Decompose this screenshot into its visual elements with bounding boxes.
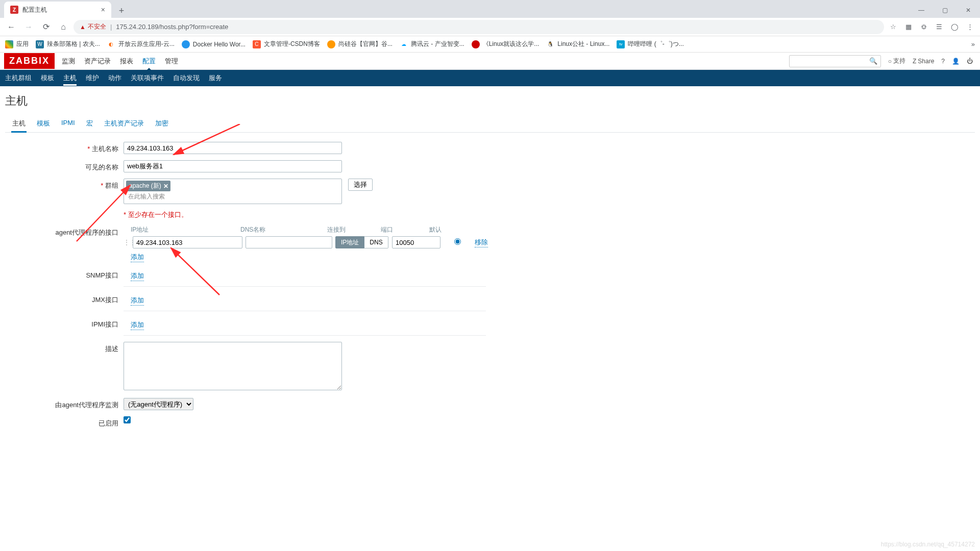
tab-favicon: Z — [10, 6, 18, 14]
bookmark-item[interactable]: 🐧Linux公社 - Linux... — [546, 40, 609, 48]
add-agent-link[interactable]: 添加 — [131, 253, 144, 262]
bookmark-item[interactable]: ☁腾讯云 - 产业智变... — [400, 40, 464, 48]
groups-multiselect[interactable]: apache (新) ✕ 在此输入搜索 — [124, 179, 342, 204]
visible-name-input[interactable] — [124, 160, 342, 172]
bookmark-item[interactable]: C文章管理-CSDN博客 — [253, 40, 320, 48]
browser-tab[interactable]: Z 配置主机 × — [4, 2, 111, 18]
subnav-maintenance[interactable]: 维护 — [86, 70, 99, 86]
page-title: 主机 — [5, 93, 975, 109]
group-placeholder: 在此输入搜索 — [126, 191, 339, 202]
port-input[interactable] — [392, 236, 440, 248]
url-text: 175.24.20.189/hosts.php?form=create — [116, 23, 228, 31]
back-button[interactable]: ← — [4, 20, 18, 34]
menu-administration[interactable]: 管理 — [165, 53, 178, 70]
minimize-icon[interactable]: — — [910, 3, 933, 18]
omnibox[interactable]: ▲ 不安全 | 175.24.20.189/hosts.php?form=cre… — [74, 20, 884, 34]
forward-button[interactable]: → — [21, 20, 36, 34]
profile-icon[interactable]: ◯ — [948, 21, 961, 33]
connect-ip-button[interactable]: IP地址 — [335, 236, 364, 248]
drag-handle-icon[interactable]: ⋮⋮ — [124, 239, 130, 246]
add-jmx-link[interactable]: 添加 — [131, 296, 144, 306]
bookmark-item[interactable]: ◐开放云原生应用-云... — [107, 40, 175, 48]
interface-row: ⋮⋮ IP地址 DNS 移除 — [124, 236, 975, 248]
remove-tag-icon[interactable]: ✕ — [163, 183, 168, 190]
wordpress-icon: W — [36, 40, 44, 48]
linux-book-icon — [472, 40, 480, 48]
host-name-input[interactable] — [124, 142, 342, 154]
help-icon[interactable]: ? — [941, 58, 945, 65]
logout-icon[interactable]: ⏻ — [967, 58, 973, 65]
add-snmp-link[interactable]: 添加 — [131, 271, 144, 281]
share-link[interactable]: Z Share — [913, 58, 934, 65]
bookmark-item[interactable]: 尚硅谷【官网】谷... — [327, 40, 393, 48]
search-input[interactable]: 🔍 — [789, 55, 881, 67]
support-link[interactable]: ○ 支持 — [888, 57, 905, 65]
tab-title: 配置主机 — [22, 6, 101, 14]
header-port: 端口 — [381, 226, 429, 234]
connect-dns-button[interactable]: DNS — [364, 236, 388, 248]
cloud-icon: ◐ — [107, 40, 115, 48]
new-tab-button[interactable]: + — [114, 4, 129, 18]
menu-inventory[interactable]: 资产记录 — [84, 53, 111, 70]
description-textarea[interactable] — [124, 342, 342, 390]
reading-list-icon[interactable]: ☰ — [933, 21, 945, 33]
puzzle-icon[interactable]: ⯐ — [918, 21, 930, 33]
snmp-label: SNMP接口 — [5, 268, 124, 280]
header-dns: DNS名称 — [240, 226, 327, 234]
dns-input[interactable] — [246, 236, 332, 248]
home-button[interactable]: ⌂ — [56, 20, 70, 34]
menu-icon[interactable]: ⋮ — [964, 21, 976, 33]
tab-macros[interactable]: 宏 — [85, 116, 94, 132]
tab-inventory[interactable]: 主机资产记录 — [103, 116, 145, 132]
visible-name-label: 可见的名称 — [5, 160, 124, 172]
ip-input[interactable] — [133, 236, 242, 248]
subnav-discovery[interactable]: 自动发现 — [173, 70, 200, 86]
subnav-services[interactable]: 服务 — [209, 70, 222, 86]
bookmark-item[interactable]: W辣条部落格 | 农夫... — [36, 40, 100, 48]
star-icon[interactable]: ☆ — [887, 21, 899, 33]
enabled-checkbox[interactable] — [124, 416, 131, 423]
add-ipmi-link[interactable]: 添加 — [131, 320, 144, 330]
reload-button[interactable]: ⟳ — [39, 20, 53, 34]
close-icon[interactable]: × — [101, 6, 105, 14]
bookmark-item[interactable]: tv哔哩哔哩 (゜-゜)つ... — [617, 40, 683, 48]
form-tabs: 主机 模板 IPMI 宏 主机资产记录 加密 — [5, 116, 975, 133]
csdn-icon: C — [253, 40, 261, 48]
proxy-select[interactable]: (无agent代理程序) — [124, 398, 193, 410]
maximize-icon[interactable]: ▢ — [933, 3, 957, 18]
docker-icon — [182, 40, 190, 48]
tab-encryption[interactable]: 加密 — [154, 116, 169, 132]
connect-to-toggle: IP地址 DNS — [335, 236, 389, 248]
bookmark-item[interactable]: Docker Hello Wor... — [182, 40, 246, 48]
menu-configuration[interactable]: 配置 — [142, 53, 156, 70]
tab-templates[interactable]: 模板 — [36, 116, 51, 132]
subnav-templates[interactable]: 模板 — [41, 70, 54, 86]
menu-monitoring[interactable]: 监测 — [62, 53, 75, 70]
tab-host[interactable]: 主机 — [11, 116, 27, 133]
bookmark-item[interactable]: 《Linux就该这么学... — [472, 40, 540, 48]
user-icon[interactable]: 👤 — [952, 58, 960, 65]
zabbix-logo[interactable]: ZABBIX — [4, 53, 55, 69]
apps-button[interactable]: 应用 — [5, 40, 29, 48]
subnav-actions[interactable]: 动作 — [108, 70, 121, 86]
bookmarks-bar: 应用 W辣条部落格 | 农夫... ◐开放云原生应用-云... Docker H… — [0, 36, 980, 53]
group-tag: apache (新) ✕ — [126, 181, 170, 191]
atguigu-icon — [327, 40, 335, 48]
header-conn: 连接到 — [327, 226, 381, 234]
subnav-correlation[interactable]: 关联项事件 — [131, 70, 164, 86]
subnav-hostgroups[interactable]: 主机群组 — [5, 70, 32, 86]
tab-ipmi[interactable]: IPMI — [60, 116, 76, 132]
description-label: 描述 — [5, 342, 124, 354]
menu-reports[interactable]: 报表 — [120, 53, 133, 70]
remove-interface-link[interactable]: 移除 — [475, 238, 488, 247]
bookmarks-overflow[interactable]: » — [971, 40, 975, 48]
close-window-icon[interactable]: ✕ — [957, 3, 980, 18]
extension-icon[interactable]: ▦ — [902, 21, 915, 33]
zabbix-header: ZABBIX 监测 资产记录 报表 配置 管理 🔍 ○ 支持 Z Share ?… — [0, 53, 980, 70]
select-groups-button[interactable]: 选择 — [348, 179, 373, 191]
insecure-icon: ▲ 不安全 — [80, 22, 106, 31]
tux-icon: 🐧 — [546, 40, 554, 48]
default-radio[interactable] — [454, 238, 461, 245]
subnav-hosts[interactable]: 主机 — [63, 70, 77, 86]
host-name-label: 主机名称 — [5, 142, 124, 154]
